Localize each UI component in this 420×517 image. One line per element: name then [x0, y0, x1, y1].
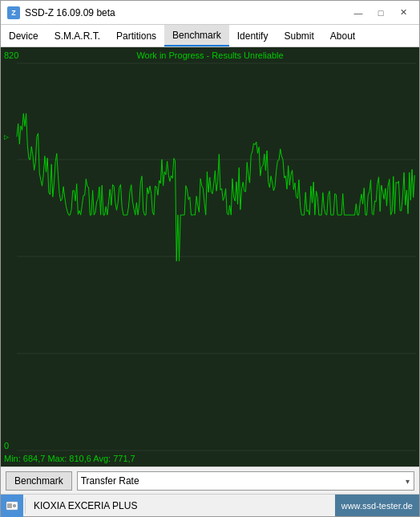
window-title: SSD-Z 16.09.09 beta	[25, 7, 349, 18]
chart-y-min-label: 0	[4, 441, 9, 450]
main-window: Z SSD-Z 16.09.09 beta — □ ✕ Device S.M.A…	[0, 0, 420, 517]
svg-rect-1	[7, 503, 12, 508]
close-button[interactable]: ✕	[394, 5, 413, 21]
benchmark-chart: 820 Work in Progress - Results Unreliabl…	[1, 47, 419, 467]
menu-bar: Device S.M.A.R.T. Partitions Benchmark I…	[1, 25, 419, 47]
svg-point-3	[14, 505, 15, 507]
menu-item-about[interactable]: About	[322, 25, 363, 46]
menu-item-device[interactable]: Device	[1, 25, 46, 46]
chart-canvas	[1, 47, 419, 467]
menu-item-partitions[interactable]: Partitions	[108, 25, 164, 46]
maximize-button[interactable]: □	[371, 5, 390, 21]
disk-icon	[6, 499, 18, 512]
bottom-toolbar: Benchmark Transfer Rate Access Time 4K R…	[1, 467, 419, 494]
title-bar: Z SSD-Z 16.09.09 beta — □ ✕	[1, 1, 419, 25]
chart-title: Work in Progress - Results Unreliable	[136, 50, 283, 60]
chart-type-dropdown[interactable]: Transfer Rate Access Time 4K Random Read…	[77, 471, 414, 491]
menu-item-identify[interactable]: Identify	[229, 25, 277, 46]
chart-stats: Min: 684,7 Max: 810,6 Avg: 771,7	[4, 454, 135, 463]
menu-item-benchmark[interactable]: Benchmark	[164, 25, 229, 46]
window-controls: — □ ✕	[349, 5, 413, 21]
menu-item-smart[interactable]: S.M.A.R.T.	[46, 25, 108, 46]
dropdown-wrapper: Transfer Rate Access Time 4K Random Read…	[77, 471, 414, 491]
benchmark-button[interactable]: Benchmark	[6, 471, 72, 491]
menu-item-submit[interactable]: Submit	[276, 25, 321, 46]
drive-icon	[1, 495, 23, 517]
status-divider	[25, 498, 26, 514]
app-icon: Z	[7, 6, 20, 19]
chart-y-max-label: 820	[4, 50, 18, 60]
website-url: www.ssd-tester.de	[335, 495, 419, 516]
minimize-button[interactable]: —	[349, 5, 368, 21]
status-bar: KIOXIA EXCERIA PLUS www.ssd-tester.de	[1, 494, 419, 516]
drive-name-label: KIOXIA EXCERIA PLUS	[27, 500, 335, 511]
